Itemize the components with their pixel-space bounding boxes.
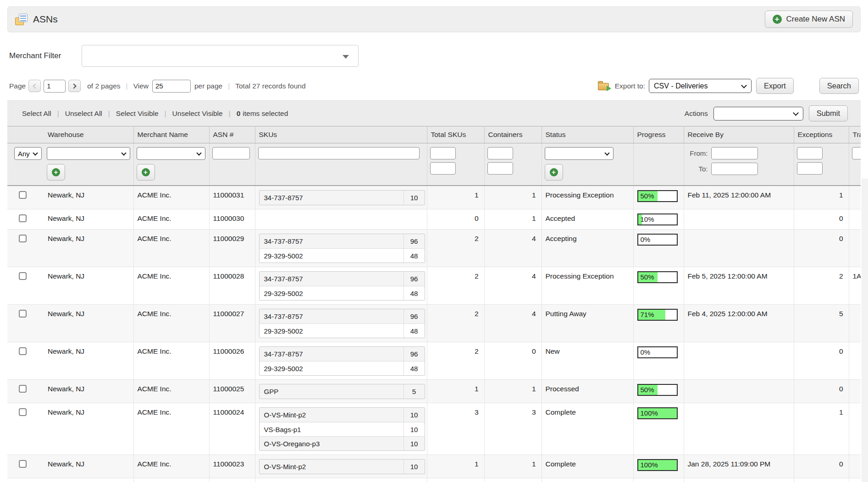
row-checkbox[interactable] [19,214,27,222]
submit-button[interactable]: Submit [809,105,848,121]
progress-cell: 50% [633,186,684,209]
column-header-receive-by[interactable]: Receive By [684,126,794,143]
unselect-visible-link[interactable]: Unselect Visible [172,110,223,118]
search-button[interactable]: Search [819,78,859,94]
status-filter-select[interactable] [545,147,614,160]
column-header-asn-[interactable]: ASN # [209,126,255,143]
column-header-total-skus[interactable]: Total SKUs [427,126,484,143]
prev-page-button[interactable] [28,80,41,92]
exceptions-max-input[interactable] [797,162,823,175]
asn-number-cell: 11000027 [209,305,255,342]
skus-cell: O-VS-Mint-p210 [255,455,427,478]
sku-qty: 96 [404,347,425,361]
skus-filter-input[interactable] [258,147,420,159]
status-filter-add-button[interactable] [545,164,563,181]
total-skus-cell: 3 [427,478,484,482]
sku-name: 34-737-8757 [260,312,404,320]
row-checkbox[interactable] [19,460,27,468]
progress-label: 0% [638,235,677,245]
asn-filter-input[interactable] [212,147,250,159]
column-header-tra[interactable]: Tra [849,126,861,143]
warehouse-cell: Newark, NJ [44,478,133,482]
sku-list: 34-737-87579629-329-500248 [259,271,425,301]
containers-max-input[interactable] [487,162,513,175]
asn-number-cell: 11000026 [209,342,255,380]
table-row: Newark, NJACME Inc.1100002734-737-875796… [7,305,861,342]
vertical-scrollbar[interactable] [862,179,868,482]
receive-to-label: To: [687,165,708,173]
column-header-select [7,126,44,143]
row-checkbox[interactable] [19,347,27,355]
sku-row: 34-737-875796 [260,272,425,286]
actions-select[interactable] [713,107,803,120]
column-header-containers[interactable]: Containers [484,126,542,143]
page-count-label: of 2 pages [87,82,120,90]
containers-cell: 1 [484,186,542,209]
select-all-link[interactable]: Select All [22,110,51,118]
row-checkbox[interactable] [19,310,27,318]
merchant-column-filter-select[interactable] [137,147,205,160]
progress-cell: 100% [633,403,684,455]
export-format-select[interactable]: CSV - Deliveries [649,79,752,93]
receive-from-input[interactable] [711,147,758,159]
tracking-filter-input[interactable] [852,147,861,159]
tracking-cell [849,209,861,230]
warehouse-filter-add-button[interactable] [47,164,65,181]
column-header-merchant-name[interactable]: Merchant Name [133,126,209,143]
column-header-progress[interactable]: Progress [633,126,684,143]
skus-cell: 34-737-87579629-329-500248 [255,305,427,342]
row-checkbox[interactable] [19,272,27,280]
table-row: Newark, NJACME Inc.1100002634-737-875796… [7,342,861,380]
sku-row: 34-737-875710 [260,191,425,205]
sku-list: 34-737-87579629-329-500248 [259,309,425,338]
total-skus-max-input[interactable] [430,162,456,175]
create-asn-button[interactable]: Create New ASN [765,11,853,28]
exceptions-min-input[interactable] [797,147,823,159]
sku-name: 29-329-5002 [260,252,404,260]
row-checkbox[interactable] [19,235,27,242]
column-header-skus[interactable]: SKUs [255,126,427,143]
warehouse-filter-select[interactable] [47,147,130,160]
warehouse-cell: Newark, NJ [44,267,133,305]
per-page-input[interactable] [152,80,191,93]
match-type-select[interactable]: Any [14,147,42,160]
merchant-cell: ACME Inc. [133,403,209,455]
total-skus-min-input[interactable] [430,147,456,159]
skus-cell: 34-737-875710 [255,186,427,209]
plus-circle-icon [52,168,60,176]
merchant-filter-select[interactable] [82,45,359,67]
containers-min-input[interactable] [487,147,513,159]
progress-bar: 50% [637,271,678,283]
receive-by-cell [684,342,794,380]
progress-cell: 10% [633,209,684,230]
column-header-warehouse[interactable]: Warehouse [44,126,133,143]
progress-bar: 71% [637,309,678,321]
next-page-button[interactable] [68,80,81,92]
warehouse-cell: Newark, NJ [44,455,133,478]
column-header-status[interactable]: Status [542,126,633,143]
receive-to-input[interactable] [711,163,758,175]
unselect-all-link[interactable]: Unselect All [65,110,102,118]
tracking-cell [849,380,861,403]
table-filter-row: Any [7,143,861,186]
column-header-exceptions[interactable]: Exceptions [794,126,849,143]
select-cell [7,186,44,209]
total-skus-cell: 1 [427,455,484,478]
export-to-label: Export to: [615,82,645,90]
create-asn-label: Create New ASN [786,15,846,24]
page-input[interactable] [44,80,66,93]
sku-qty: 48 [404,362,425,375]
containers-cell: 4 [484,267,542,305]
row-checkbox[interactable] [19,385,27,393]
row-checkbox[interactable] [19,191,27,199]
merchant-cell: ACME Inc. [133,380,209,403]
row-checkbox[interactable] [19,408,27,416]
total-skus-cell: 3 [427,403,484,455]
select-visible-link[interactable]: Select Visible [116,110,159,118]
tracking-cell: 1A [849,267,861,305]
skus-cell: GPP5 [255,380,427,403]
table-row: Newark, NJACME Inc.1100003134-737-875710… [7,186,861,209]
merchant-filter-add-button[interactable] [137,164,155,181]
receive-by-cell [684,380,794,403]
export-button[interactable]: Export [756,78,794,94]
